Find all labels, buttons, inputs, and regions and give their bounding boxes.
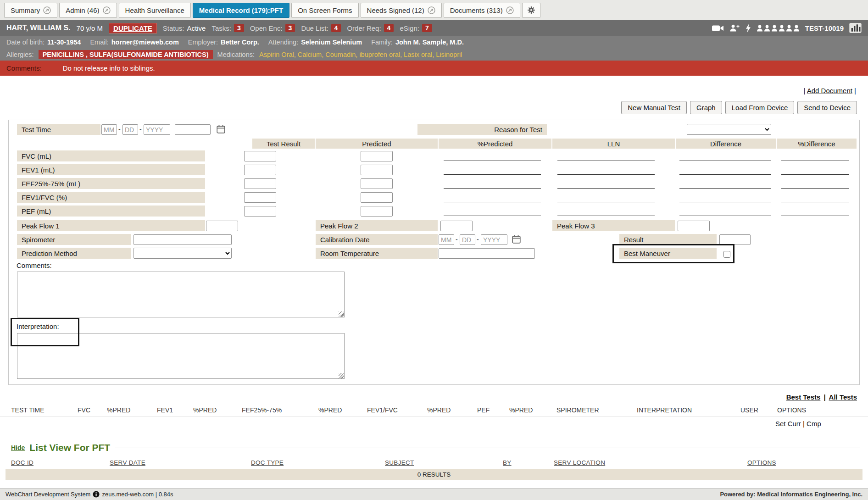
pef-percent-predicted-line xyxy=(444,216,541,216)
tab-label: Health Surveillance xyxy=(125,6,184,14)
set-curr-cmp-links[interactable]: Set Curr | Cmp xyxy=(775,420,821,428)
col-serv-location[interactable]: SERV LOCATION xyxy=(554,459,605,466)
test-time-yyyy-input[interactable] xyxy=(144,124,170,135)
fvc-predicted-input[interactable] xyxy=(361,151,393,161)
prediction-method-select[interactable] xyxy=(134,248,232,259)
hide-link[interactable]: Hide xyxy=(11,444,25,451)
dob-group: Date of birth: 11-30-1954 xyxy=(6,39,81,46)
send-to-device-button[interactable]: Send to Device xyxy=(797,101,857,114)
date-separator: - xyxy=(477,236,479,243)
col-test-time: TEST TIME xyxy=(11,406,45,414)
peak-flow-3-label: Peak Flow 3 xyxy=(552,220,675,231)
fev1-fvc-predicted-input[interactable] xyxy=(361,192,393,203)
tab-health-surveillance[interactable]: Health Surveillance xyxy=(119,3,191,18)
result-input[interactable] xyxy=(719,234,751,245)
new-manual-test-button[interactable]: New Manual Test xyxy=(621,101,687,114)
interpretation-textarea[interactable] xyxy=(17,333,345,379)
tab-label: Needs Signed (12) xyxy=(367,6,424,14)
col-pred-4: %PRED xyxy=(427,406,451,414)
col-serv-date[interactable]: SERV DATE xyxy=(110,459,145,466)
popout-icon[interactable] xyxy=(103,6,111,14)
col-doc-type[interactable]: DOC TYPE xyxy=(251,459,284,466)
footer-host: zeus.med-web.com | 0.84s xyxy=(102,491,173,498)
best-maneuver-checkbox[interactable] xyxy=(723,251,730,258)
open-enc-group: Open Enc: 3 xyxy=(250,24,295,32)
calibration-yyyy-input[interactable] xyxy=(481,234,507,245)
test-time-dd-input[interactable] xyxy=(122,124,138,135)
test-time-calendar-button[interactable] xyxy=(216,125,225,134)
fev1-predicted-input[interactable] xyxy=(361,165,393,175)
col-spirometer: SPIROMETER xyxy=(556,406,599,414)
col-pred-1: %PRED xyxy=(107,406,130,414)
pft-form: Test Time - - Reason for Test Test Resul… xyxy=(8,120,860,385)
pef-predicted-input[interactable] xyxy=(361,206,393,217)
fef-test-result-input[interactable] xyxy=(244,178,276,189)
form-comments-textarea[interactable] xyxy=(17,272,345,317)
footer-powered-by: Powered by: Medical Informatics Engineer… xyxy=(720,491,862,498)
fef-predicted-input[interactable] xyxy=(361,178,393,189)
tab-medical-record-active[interactable]: Medical Record (179):PFT xyxy=(193,3,289,18)
video-camera-icon[interactable] xyxy=(712,25,724,32)
family-group: Family: John M. Sample, M.D. xyxy=(371,39,464,46)
tasks-label: Tasks: xyxy=(211,24,231,32)
due-list-badge[interactable]: 4 xyxy=(331,24,341,32)
pef-difference-line xyxy=(679,216,771,216)
load-from-device-button[interactable]: Load From Device xyxy=(725,101,795,114)
room-temperature-input[interactable] xyxy=(439,248,535,259)
fev1-fvc-test-result-input[interactable] xyxy=(244,192,276,203)
test-time-mm-input[interactable] xyxy=(101,124,117,135)
calibration-date-label: Calibration Date xyxy=(316,234,438,245)
row-label-fef: FEF25%-75% (mL) xyxy=(17,178,205,189)
results-table-header: TEST TIME FVC %PRED FEV1 %PRED FEF25%-75… xyxy=(0,403,868,417)
esign-badge[interactable]: 7 xyxy=(422,24,432,32)
spirometer-input[interactable] xyxy=(134,234,232,245)
col-subject[interactable]: SUBJECT xyxy=(385,459,414,466)
popout-icon[interactable] xyxy=(43,6,51,14)
fev1-test-result-input[interactable] xyxy=(244,165,276,175)
tab-summary[interactable]: Summary xyxy=(4,3,57,18)
tab-needs-signed[interactable]: Needs Signed (12) xyxy=(361,3,442,18)
order-req-badge[interactable]: 4 xyxy=(384,24,394,32)
status-label: Status: xyxy=(163,24,184,32)
fvc-test-result-input[interactable] xyxy=(244,151,276,161)
tab-on-screen-forms[interactable]: On Screen Forms xyxy=(291,3,358,18)
column-header-difference: Difference xyxy=(676,139,776,149)
add-person-icon[interactable] xyxy=(729,24,740,32)
add-document-link[interactable]: Add Document xyxy=(807,87,852,94)
calibration-mm-input[interactable] xyxy=(439,234,454,245)
peak-flow-1-input[interactable] xyxy=(206,221,238,231)
col-doc-id[interactable]: DOC ID xyxy=(11,459,33,466)
all-tests-link[interactable]: All Tests xyxy=(829,393,857,401)
tab-documents[interactable]: Documents (313) xyxy=(444,3,520,18)
footer: WebChart Development System zeus.med-web… xyxy=(0,488,868,500)
patient-id: TEST-10019 xyxy=(805,24,844,32)
popout-icon[interactable] xyxy=(506,6,514,14)
col-lv-options[interactable]: OPTIONS xyxy=(747,459,776,466)
patient-header-bar: HART, WILLIAM S. 70 y/o M DUPLICATE Stat… xyxy=(0,20,868,36)
care-team-icons[interactable] xyxy=(757,25,800,32)
tasks-badge[interactable]: 3 xyxy=(234,24,244,32)
best-tests-link[interactable]: Best Tests xyxy=(786,393,821,401)
graph-button[interactable]: Graph xyxy=(690,101,722,114)
calibration-calendar-button[interactable] xyxy=(512,235,521,244)
peak-flow-2-input[interactable] xyxy=(440,221,473,231)
info-icon[interactable] xyxy=(93,491,100,498)
attending-label: Attending: xyxy=(268,39,298,46)
calibration-dd-input[interactable] xyxy=(460,234,475,245)
open-enc-badge[interactable]: 3 xyxy=(285,24,295,32)
test-time-time-input[interactable] xyxy=(175,124,211,135)
person-icon xyxy=(779,25,785,32)
col-by[interactable]: BY xyxy=(503,459,512,466)
dob-value: 11-30-1954 xyxy=(47,39,81,46)
divider-line xyxy=(115,448,860,448)
tab-admin[interactable]: Admin (46) xyxy=(59,3,117,18)
peak-flow-3-input[interactable] xyxy=(678,221,710,231)
lightning-icon[interactable] xyxy=(746,24,751,33)
pef-test-result-input[interactable] xyxy=(244,206,276,217)
reason-for-test-select[interactable] xyxy=(687,124,771,135)
settings-tab[interactable] xyxy=(522,3,540,18)
date-separator: - xyxy=(456,236,458,243)
popout-icon[interactable] xyxy=(428,6,435,14)
chart-icon[interactable] xyxy=(849,23,862,33)
duplicate-flag[interactable]: DUPLICATE xyxy=(109,23,157,33)
